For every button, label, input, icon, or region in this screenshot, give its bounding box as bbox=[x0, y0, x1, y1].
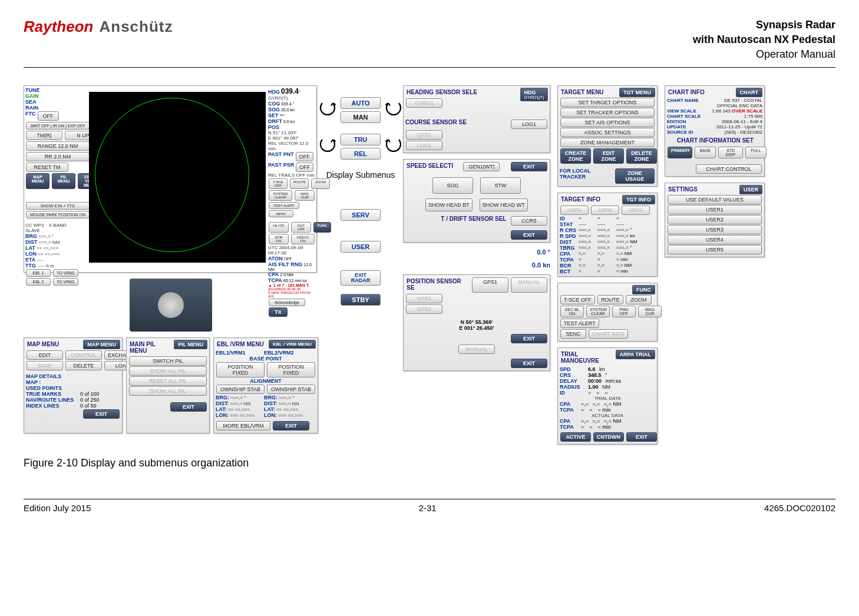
create-zone[interactable]: CREATE ZONE bbox=[560, 148, 591, 164]
chart-tag[interactable]: CHART bbox=[736, 88, 763, 97]
map-delete[interactable]: DELETE bbox=[65, 361, 102, 370]
rel-button[interactable]: REL bbox=[341, 148, 381, 160]
ccrs-button[interactable]: CCRS bbox=[511, 216, 547, 226]
show-head-bt[interactable]: SHOW HEAD BT bbox=[425, 198, 473, 211]
stw-button[interactable]: STW bbox=[480, 177, 521, 194]
arpa-exit[interactable]: EXIT bbox=[626, 432, 657, 442]
control-knob[interactable] bbox=[158, 292, 184, 318]
assoc-settings[interactable]: ASSOC SETTINGS bbox=[560, 128, 655, 137]
brand-logo: Raytheon Anschütz bbox=[24, 18, 173, 36]
user-button[interactable]: USER bbox=[341, 241, 381, 253]
exit-radar-button[interactable]: EXIT RADAR bbox=[341, 270, 381, 286]
speed-exit[interactable]: EXIT bbox=[511, 162, 547, 171]
pos-panel: POSITION SENSOR SEGPS1MANUAL GPS1 GPS2 N… bbox=[403, 274, 550, 371]
reset-tm[interactable]: RESET TM bbox=[26, 163, 68, 172]
switch-pil[interactable]: SWITCH PIL bbox=[129, 356, 207, 366]
set-tracker-options[interactable]: SET TRACKER OPTIONS bbox=[560, 108, 655, 117]
func-panel: FUNC T-SCE OFFROUTEZOOM SEC BL ONSYSTEM … bbox=[557, 283, 658, 342]
map-details-h: MAP DETAILS bbox=[26, 373, 120, 379]
map-menu-btn[interactable]: MAP MENU bbox=[26, 173, 49, 189]
doc-title-3: Operator Manual bbox=[693, 47, 835, 62]
pos-gps1[interactable]: GPS1 bbox=[472, 277, 508, 293]
show-head-wt[interactable]: SHOW HEAD WT bbox=[480, 198, 528, 211]
logo-anschutz: Anschütz bbox=[99, 18, 173, 36]
map-save[interactable]: SAVE bbox=[27, 361, 63, 370]
slave: SLAVE bbox=[25, 228, 87, 233]
tgt-menu-tag[interactable]: TGT MENU bbox=[619, 88, 655, 97]
cycle-arrow-left-icon bbox=[317, 100, 338, 121]
user1[interactable]: USER1 bbox=[668, 205, 762, 214]
sog-button[interactable]: SOG bbox=[432, 177, 473, 194]
mouse-park[interactable]: MOUSE PARK POSITION ON bbox=[26, 211, 90, 218]
gps1-dis[interactable]: GPS1 bbox=[406, 130, 442, 140]
filter-bar[interactable]: 36RT OFF | IR ON | EXP OFF bbox=[26, 122, 90, 130]
show-eta[interactable]: SHOW ETA + TTG bbox=[26, 202, 90, 210]
ebl-exit[interactable]: EXIT bbox=[273, 421, 309, 430]
cycle-arrow-right-icon bbox=[383, 100, 404, 121]
display-submenus-label: Display Submenus bbox=[326, 170, 395, 180]
ftc-off[interactable]: OFF bbox=[38, 111, 59, 121]
zero-kn: 0.0 kn bbox=[403, 261, 550, 269]
map-edit[interactable]: EDIT bbox=[27, 350, 63, 360]
gen1-button[interactable]: GEN1(WT) bbox=[463, 162, 500, 171]
stby-button[interactable]: STBY bbox=[341, 294, 381, 306]
zone-management[interactable]: ZONE MANAGEMENT bbox=[560, 138, 655, 147]
pil-exit[interactable]: EXIT bbox=[170, 402, 207, 412]
delete-zone[interactable]: DELETE ZONE bbox=[626, 148, 657, 164]
radar-main-display: TUNE GAIN SEA RAIN FTCOFF 36RT OFF | IR … bbox=[24, 85, 317, 273]
reset-all-pil[interactable]: RESET ALL PIL bbox=[129, 376, 207, 386]
chart-info-panel: CHART CHART INFO CHART NAMEDE 537 : COST… bbox=[665, 85, 765, 177]
map-exit[interactable]: EXIT bbox=[83, 409, 120, 419]
func-tag[interactable]: FUNC bbox=[632, 285, 655, 294]
more-eblvrm[interactable]: MORE EBL/VRM bbox=[216, 421, 270, 430]
range-button[interactable]: RANGE 12.0 NM bbox=[26, 141, 90, 151]
set-ais-options[interactable]: SET AIS OPTIONS bbox=[560, 118, 655, 127]
arpa-trial-tag[interactable]: ARPA TRIAL bbox=[616, 350, 656, 359]
target-menu-panel: TGT MENU TARGET MENU SET TARGET OPTIONS … bbox=[557, 85, 658, 187]
ebl1[interactable]: EBL 1 bbox=[26, 269, 51, 277]
control-knob-panel bbox=[130, 279, 212, 332]
pos-exit[interactable]: EXIT bbox=[511, 334, 547, 343]
cycle-arrow-left-icon bbox=[317, 136, 338, 157]
radar-ppi[interactable] bbox=[89, 92, 266, 263]
map-menu-panel: MAP MENU MAP MENU EDITCONTROLEXCHANGE SA… bbox=[24, 337, 123, 433]
map-menu-tag[interactable]: MAP MENU bbox=[83, 340, 120, 349]
user5[interactable]: USER5 bbox=[668, 245, 762, 254]
pos-lon: E 001° 26.450' bbox=[405, 325, 548, 331]
arpa-active[interactable]: ACTIVE bbox=[560, 432, 591, 442]
user4[interactable]: USER4 bbox=[668, 235, 762, 244]
sea-label: SEA bbox=[25, 99, 87, 105]
user-tag[interactable]: USER bbox=[739, 185, 762, 194]
use-default-values[interactable]: USE DEFAULT VALUES bbox=[668, 195, 762, 204]
zone-usage[interactable]: ZONE USAGE bbox=[615, 168, 655, 184]
user-settings-panel: USER SETTINGS USE DEFAULT VALUES USER1 U… bbox=[665, 183, 765, 257]
tgt-info-tag[interactable]: TGT INFO bbox=[622, 195, 655, 204]
rr-button[interactable]: RR 2.0 NM bbox=[26, 152, 90, 161]
log1-button[interactable]: LOG1 bbox=[511, 120, 547, 129]
set-target-options[interactable]: SET TARGET OPTIONS bbox=[560, 98, 655, 107]
user2[interactable]: USER2 bbox=[668, 215, 762, 224]
show-all-pil[interactable]: SHOW ALL PIL bbox=[129, 366, 207, 376]
ebl2[interactable]: EBL 2 bbox=[26, 278, 51, 286]
pil-menu-tag[interactable]: PIL MENU bbox=[174, 340, 207, 349]
pos-exit2[interactable]: EXIT bbox=[511, 359, 547, 368]
logo-raytheon: Raytheon bbox=[24, 18, 93, 36]
drift-exit[interactable]: EXIT bbox=[511, 230, 547, 240]
tru-button[interactable]: TRU bbox=[341, 134, 381, 145]
doc-title-1: Synapsis Radar bbox=[693, 18, 835, 32]
arpa-cntdwn[interactable]: CNTDWN bbox=[593, 432, 624, 442]
serv-button[interactable]: SERV bbox=[341, 209, 381, 221]
user3[interactable]: USER3 bbox=[668, 225, 762, 234]
pil-menu-panel: PIL MENU MAIN PIL MENU SWITCH PIL SHOW A… bbox=[126, 337, 210, 433]
chart-control[interactable]: CHART CONTROL bbox=[696, 164, 762, 174]
edit-zone[interactable]: EDIT ZONE bbox=[593, 148, 624, 164]
tm-button[interactable]: TM(R) bbox=[26, 131, 62, 140]
auto-button[interactable]: AUTO bbox=[341, 97, 381, 109]
doc-title-block: Synapsis Radar with Nautoscan NX Pedesta… bbox=[693, 18, 835, 62]
hdg-tag[interactable]: HDGGYRO1(T) bbox=[520, 88, 548, 101]
ebl-menu-tag[interactable]: EBL / VRM MENU bbox=[269, 340, 316, 349]
man-button[interactable]: MAN bbox=[341, 111, 381, 123]
rain-label: RAIN bbox=[25, 105, 87, 111]
pil-menu-btn[interactable]: PIL MENU bbox=[52, 173, 75, 189]
map-control[interactable]: CONTROL bbox=[65, 350, 102, 360]
